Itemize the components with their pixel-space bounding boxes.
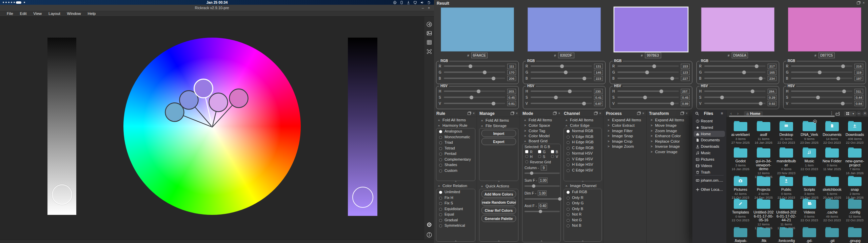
float-panel-icon[interactable] (553, 112, 556, 115)
wheel-color-handle[interactable] (230, 89, 248, 108)
expand-caret-icon[interactable]: > (608, 134, 609, 138)
radio-option[interactable]: Fix H (438, 196, 474, 201)
sidebar-item-home[interactable]: Home (694, 131, 725, 137)
sidebar-item-music[interactable]: Music (694, 150, 725, 156)
g-slider-track[interactable] (531, 72, 592, 73)
close-panel-icon[interactable]: × (558, 112, 560, 115)
wheel-color-handle[interactable] (209, 93, 228, 112)
radio-option[interactable]: Symmetrical (438, 223, 474, 228)
param-slider-track[interactable] (525, 198, 560, 200)
file-item-projects[interactable]: Projects2 items24 Dec 2025 (752, 176, 775, 200)
param-slider-track[interactable] (525, 173, 560, 174)
radio-icon[interactable] (439, 224, 442, 227)
file-item--cache[interactable]: .cache49 items22 Oct 2023 (821, 199, 843, 222)
section-collapse-handle[interactable]: ^ (435, 180, 477, 184)
file-item-untitled-2026-01-17-02-44-21[interactable]: Untitled-2026-01-17-02-44-2111 items17 J… (775, 199, 797, 230)
sidebar-item-other-locations[interactable]: Other Locations (694, 186, 725, 193)
float-panel-icon[interactable] (594, 112, 597, 115)
field-value-input[interactable]: 1.00 (539, 178, 548, 183)
slider-handle[interactable] (532, 184, 535, 188)
file-item-public[interactable]: Public0 items22 Oct 2023 (775, 176, 797, 200)
radio-option[interactable]: Pentad (438, 151, 474, 157)
tree-item[interactable]: ^Color Relation (435, 184, 477, 189)
g-slider-track[interactable] (444, 72, 505, 73)
sidebar-item-pictures[interactable]: Pictures (694, 156, 725, 162)
slider-handle[interactable] (477, 89, 480, 93)
sidebar-item-downloads[interactable]: Downloads (694, 143, 725, 149)
slider-handle[interactable] (530, 171, 533, 175)
slider-handle[interactable] (560, 64, 564, 68)
tree-item[interactable]: >Color Model (521, 134, 562, 139)
file-item-desktop[interactable]: Desktop21 items22 Oct 2023 (775, 121, 797, 145)
close-panel-icon[interactable]: × (473, 112, 475, 115)
radio-option[interactable]: Unlimited (438, 190, 474, 195)
file-item-new-folder[interactable]: New Folder0 items11 Mar 2025 (821, 147, 843, 171)
g-slider-track[interactable] (704, 72, 766, 73)
h-slider-track[interactable] (704, 90, 766, 92)
r-slider-track[interactable] (791, 65, 852, 67)
h-slider-value[interactable]: 230. (594, 89, 603, 94)
h-slider-value[interactable]: 203. (507, 89, 516, 94)
radio-option[interactable]: Not G (566, 218, 601, 223)
slider-handle[interactable] (818, 70, 822, 74)
tree-item[interactable]: >Color Space (521, 123, 562, 128)
slider-handle[interactable] (670, 102, 674, 105)
button-add-more-colors[interactable]: Add More Colors (481, 190, 516, 198)
expand-caret-icon[interactable]: > (608, 118, 609, 122)
slider-handle[interactable] (643, 96, 647, 99)
checkbox-option[interactable]: V (551, 155, 558, 158)
tree-item[interactable]: >Image Filter (604, 129, 646, 134)
file-item-pictures[interactable]: Pictures42 items22 Oct 2023 (729, 176, 752, 200)
radio-icon[interactable] (439, 169, 442, 173)
tree-item[interactable]: >Enhance Color (647, 134, 690, 139)
collapse-caret-icon[interactable]: ^ (438, 124, 440, 128)
radio-icon[interactable] (567, 147, 570, 150)
hex-input[interactable]: 6FAACE (471, 53, 488, 58)
button-generate-palette[interactable]: Generate Palette (481, 215, 516, 222)
radio-option[interactable]: Equal (438, 212, 474, 217)
checkbox-icon[interactable] (525, 160, 528, 163)
radio-option[interactable]: Analogous (438, 129, 474, 134)
board-icon[interactable] (426, 39, 432, 45)
sidebar-item-trash[interactable]: Trash (694, 169, 725, 175)
collapse-caret-icon[interactable]: ^ (566, 124, 567, 128)
g-slider-value[interactable]: 170 (507, 70, 516, 75)
expand-caret-icon[interactable]: > (651, 145, 652, 148)
radio-icon[interactable] (567, 219, 570, 222)
kebab-menu-icon[interactable]: ⋮ (830, 111, 834, 116)
checkbox-option[interactable]: Reverse Grid (525, 160, 551, 164)
b-slider-track[interactable] (791, 78, 852, 79)
v-slider-track[interactable] (444, 103, 505, 104)
slider-handle[interactable] (670, 77, 674, 80)
checkbox-checked-icon[interactable] (525, 150, 528, 153)
radio-icon[interactable] (567, 197, 570, 200)
slider-handle[interactable] (492, 77, 495, 80)
hex-input[interactable]: 997BE3 (645, 53, 661, 58)
expand-caret-icon[interactable]: > (651, 118, 652, 122)
tree-item[interactable]: >Zoom Image (647, 129, 690, 134)
color-swatch[interactable] (441, 7, 514, 52)
section-collapse-handle[interactable]: ^ (478, 180, 520, 184)
checkbox-icon[interactable] (551, 155, 554, 158)
radio-option[interactable]: H Edge HSV (566, 162, 601, 167)
radio-icon[interactable] (439, 147, 442, 150)
field-value-input[interactable]: 0.40 (538, 203, 547, 208)
r-slider-value[interactable]: 216 (854, 64, 863, 69)
button-clear-ref-colors[interactable]: Clear Ref Colors (481, 207, 516, 214)
checkbox-checked-icon[interactable] (551, 150, 554, 153)
float-panel-icon[interactable] (680, 112, 684, 115)
close-panel-icon[interactable]: × (516, 112, 518, 115)
collapse-caret-icon[interactable]: ^ (481, 185, 483, 188)
float-panel-icon[interactable] (468, 112, 471, 115)
tree-item[interactable]: >Expand All Items (604, 118, 646, 123)
slider-handle[interactable] (759, 102, 763, 105)
radio-icon[interactable] (439, 219, 442, 222)
radio-option[interactable]: Triad (438, 140, 474, 145)
file-item-sketchbook[interactable]: sketchbook5 items20 Aug 2025 (821, 176, 843, 200)
file-item-mandelbulber[interactable]: mandelbulber0 items23 Nov 2023 (775, 147, 797, 175)
radio-option[interactable]: Gradual (438, 218, 474, 223)
menu-window[interactable]: Window (64, 11, 84, 16)
tree-item[interactable]: >Image Crop (604, 139, 646, 144)
radio-option[interactable]: Fix S (438, 201, 474, 206)
expand-caret-icon[interactable]: > (608, 129, 609, 133)
